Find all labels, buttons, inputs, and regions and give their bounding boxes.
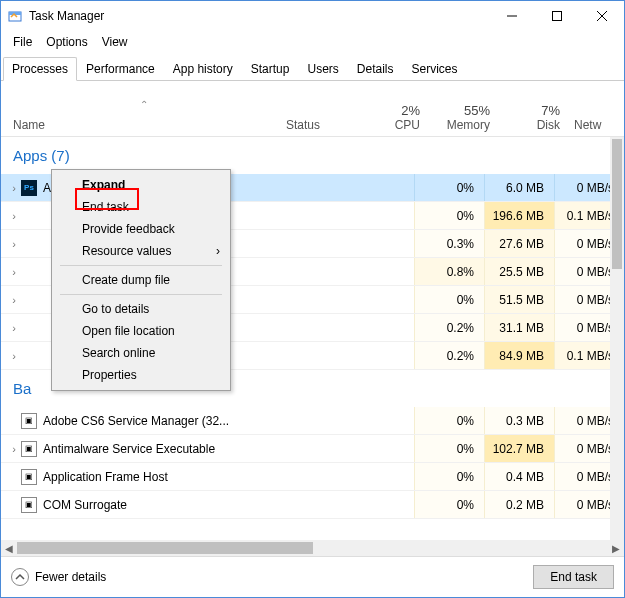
process-row[interactable]: ▣Adobe CS6 Service Manager (32...0%0.3 M… [1,407,624,435]
hscroll-right-icon[interactable]: ▶ [608,543,624,554]
col-name-label: Name [13,118,45,132]
svg-rect-3 [552,12,561,21]
cell-mem: 0.4 MB [484,463,554,490]
cell-cpu: 0% [414,435,484,462]
cell-cpu: 0% [414,491,484,518]
ctx-expand[interactable]: Expand [52,174,230,196]
expand-chevron-icon[interactable]: › [7,350,21,362]
chevron-up-circle-icon [11,568,29,586]
close-button[interactable] [579,1,624,31]
expand-chevron-icon[interactable]: › [7,443,21,455]
process-name: Application Frame Host [43,470,414,484]
cell-cpu: 0.8% [414,258,484,285]
process-icon: ▣ [21,469,37,485]
ctx-separator [60,294,222,295]
expand-chevron-icon[interactable]: › [7,182,21,194]
cell-mem: 6.0 MB [484,174,554,201]
cell-cpu: 0.2% [414,342,484,369]
cell-cpu: 0% [414,174,484,201]
process-icon: ▣ [21,441,37,457]
ctx-feedback[interactable]: Provide feedback [52,218,230,240]
tab-startup[interactable]: Startup [242,57,299,80]
process-row[interactable]: ▣Application Frame Host0%0.4 MB0 MB/s [1,463,624,491]
cell-cpu: 0% [414,463,484,490]
cpu-label: CPU [395,118,420,132]
col-memory[interactable]: 55%Memory [430,99,500,136]
disk-label: Disk [537,118,560,132]
context-menu: Expand End task Provide feedback Resourc… [51,169,231,391]
scrollbar-thumb[interactable] [612,139,622,269]
end-task-button[interactable]: End task [533,565,614,589]
menu-file[interactable]: File [7,33,38,51]
menu-options[interactable]: Options [40,33,93,51]
ctx-create-dump[interactable]: Create dump file [52,269,230,291]
fewer-details-label: Fewer details [35,570,106,584]
ctx-resource-values[interactable]: Resource values [52,240,230,262]
cell-mem: 102.7 MB [484,435,554,462]
col-disk[interactable]: 7%Disk [500,99,570,136]
process-icon: Ps [21,180,37,196]
menu-view[interactable]: View [96,33,134,51]
tab-details[interactable]: Details [348,57,403,80]
col-network[interactable]: Netw [570,114,610,136]
expand-chevron-icon[interactable]: › [7,294,21,306]
process-name: COM Surrogate [43,498,414,512]
tab-app-history[interactable]: App history [164,57,242,80]
process-name: Antimalware Service Executable [43,442,414,456]
col-cpu[interactable]: 2%CPU [360,99,430,136]
maximize-button[interactable] [534,1,579,31]
app-icon [7,8,23,24]
ctx-open-file-location[interactable]: Open file location [52,320,230,342]
tab-bar: Processes Performance App history Startu… [1,57,624,81]
cell-mem: 0.3 MB [484,407,554,434]
expand-chevron-icon[interactable]: › [7,238,21,250]
col-name[interactable]: ⌃ Name [7,95,280,136]
disk-pct: 7% [504,103,560,118]
ctx-search-online[interactable]: Search online [52,342,230,364]
cell-mem: 27.6 MB [484,230,554,257]
content-area: ⌃ Name Status 2%CPU 55%Memory 7%Disk Net… [1,81,624,556]
fewer-details-button[interactable]: Fewer details [11,568,106,586]
cell-mem: 31.1 MB [484,314,554,341]
task-manager-window: Task Manager File Options View Processes… [0,0,625,598]
process-icon: ▣ [21,413,37,429]
minimize-button[interactable] [489,1,534,31]
mem-pct: 55% [434,103,490,118]
ctx-properties[interactable]: Properties [52,364,230,386]
ctx-separator [60,265,222,266]
footer: Fewer details End task [1,556,624,597]
cell-mem: 25.5 MB [484,258,554,285]
cell-cpu: 0.2% [414,314,484,341]
cell-mem: 0.2 MB [484,491,554,518]
process-icon: ▣ [21,497,37,513]
process-row[interactable]: ›▣Antimalware Service Executable0%102.7 … [1,435,624,463]
cell-cpu: 0.3% [414,230,484,257]
cell-cpu: 0% [414,407,484,434]
ctx-end-task[interactable]: End task [52,196,230,218]
tab-services[interactable]: Services [403,57,467,80]
tab-processes[interactable]: Processes [3,57,77,81]
tab-performance[interactable]: Performance [77,57,164,80]
cell-mem: 84.9 MB [484,342,554,369]
hscroll-left-icon[interactable]: ◀ [1,543,17,554]
process-list[interactable]: Apps (7) ›PsAdobe Photoshop CS60%6.0 MB0… [1,137,624,540]
ctx-go-to-details[interactable]: Go to details [52,298,230,320]
titlebar: Task Manager [1,1,624,31]
window-title: Task Manager [29,9,489,23]
expand-chevron-icon[interactable]: › [7,266,21,278]
mem-label: Memory [447,118,490,132]
hscroll-thumb[interactable] [17,542,313,554]
vertical-scrollbar[interactable] [610,137,624,540]
expand-chevron-icon[interactable]: › [7,322,21,334]
process-row[interactable]: ▣COM Surrogate0%0.2 MB0 MB/s [1,491,624,519]
tab-users[interactable]: Users [298,57,347,80]
col-status[interactable]: Status [280,114,360,136]
cell-mem: 196.6 MB [484,202,554,229]
process-name: Adobe CS6 Service Manager (32... [43,414,414,428]
expand-chevron-icon[interactable]: › [7,210,21,222]
cell-cpu: 0% [414,286,484,313]
horizontal-scrollbar[interactable]: ◀ ▶ [1,540,624,556]
cpu-pct: 2% [364,103,420,118]
cell-cpu: 0% [414,202,484,229]
cell-mem: 51.5 MB [484,286,554,313]
